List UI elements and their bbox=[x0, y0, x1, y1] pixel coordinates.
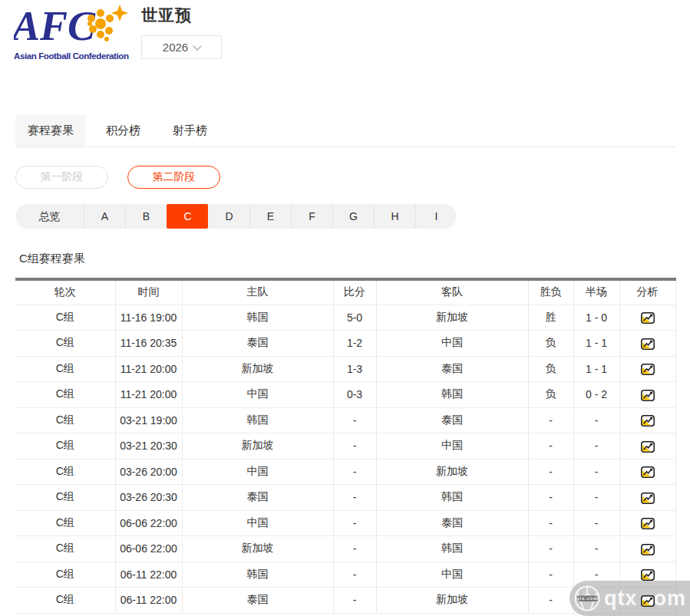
page: AFC Asian Football Confederation bbox=[0, 0, 690, 616]
col-result: 胜负 bbox=[528, 279, 573, 305]
cell-result: - bbox=[528, 510, 573, 536]
year-select-value: 2026 bbox=[163, 41, 188, 54]
cell-score: - bbox=[333, 407, 376, 433]
cell-time: 06-06 22:00 bbox=[115, 536, 182, 562]
cell-round: C组 bbox=[15, 510, 115, 536]
cell-halftime: 1 - 1 bbox=[573, 356, 619, 382]
group-tab-i[interactable]: I bbox=[415, 204, 457, 229]
cell-score: 0-3 bbox=[333, 382, 376, 408]
cell-time: 03-21 20:30 bbox=[115, 433, 182, 460]
cell-round: C组 bbox=[15, 356, 115, 382]
trend-analysis-icon[interactable] bbox=[641, 312, 655, 324]
cell-home-team: 泰国 bbox=[182, 588, 333, 614]
cell-analysis bbox=[619, 459, 675, 485]
cell-result: - bbox=[528, 536, 573, 562]
cell-away-team: 新加坡 bbox=[376, 459, 528, 485]
cell-score: - bbox=[333, 588, 376, 614]
cell-result: 负 bbox=[528, 382, 573, 408]
trend-analysis-icon[interactable] bbox=[641, 338, 655, 350]
schedule-table: 轮次 时间 主队 比分 客队 胜负 半场 分析 C组11-16 19:00韩国5… bbox=[15, 278, 676, 614]
schedule-table-body: C组11-16 19:00韩国5-0新加坡胜1 - 0 C组11-16 20:3… bbox=[15, 305, 675, 613]
cell-result: 胜 bbox=[528, 305, 573, 331]
cell-home-team: 泰国 bbox=[182, 485, 333, 511]
trend-analysis-icon[interactable] bbox=[641, 595, 655, 607]
trend-analysis-icon[interactable] bbox=[641, 390, 655, 401]
cell-time: 06-06 22:00 bbox=[115, 510, 182, 536]
group-tab-g[interactable]: G bbox=[332, 204, 374, 229]
stage-1-button[interactable]: 第一阶段 bbox=[15, 166, 108, 189]
watermark-ball-label: qtx.com bbox=[576, 596, 598, 601]
trend-analysis-icon[interactable] bbox=[641, 544, 655, 555]
group-tab-h[interactable]: H bbox=[374, 204, 415, 229]
cell-round: C组 bbox=[15, 536, 115, 562]
trend-analysis-icon[interactable] bbox=[641, 466, 655, 478]
cell-result: - bbox=[528, 562, 573, 588]
trend-analysis-icon[interactable] bbox=[641, 364, 655, 375]
group-tab-d[interactable]: D bbox=[208, 204, 249, 229]
table-row: C组03-21 19:00韩国-泰国-- bbox=[15, 407, 675, 433]
cell-home-team: 韩国 bbox=[182, 407, 333, 433]
tab-schedule-results[interactable]: 赛程赛果 bbox=[15, 115, 86, 147]
cell-away-team: 新加坡 bbox=[376, 588, 528, 614]
cell-score: 1-2 bbox=[333, 331, 376, 357]
cell-time: 03-26 20:00 bbox=[115, 459, 182, 485]
cell-time: 11-16 19:00 bbox=[115, 305, 182, 331]
cell-home-team: 中国 bbox=[182, 459, 333, 485]
cell-round: C组 bbox=[15, 485, 115, 511]
trend-analysis-icon[interactable] bbox=[641, 492, 655, 504]
trend-analysis-icon[interactable] bbox=[641, 518, 655, 529]
table-row: C组11-21 20:00中国0-3韩国负0 - 2 bbox=[15, 382, 675, 408]
cell-away-team: 韩国 bbox=[376, 382, 528, 408]
col-score: 比分 bbox=[333, 279, 376, 305]
cell-away-team: 中国 bbox=[376, 331, 528, 357]
trend-analysis-icon[interactable] bbox=[641, 569, 655, 581]
cell-halftime: 1 - 1 bbox=[573, 331, 619, 357]
stage-2-button[interactable]: 第二阶段 bbox=[127, 166, 220, 189]
cell-time: 03-21 19:00 bbox=[115, 407, 182, 433]
group-tab-a[interactable]: A bbox=[84, 204, 125, 229]
cell-halftime: 0 - 2 bbox=[573, 382, 619, 408]
cell-away-team: 泰国 bbox=[376, 356, 528, 382]
watermark-text-left: qtx bbox=[604, 587, 638, 611]
col-analysis: 分析 bbox=[619, 279, 675, 305]
section-title: C组赛程赛果 bbox=[19, 252, 690, 266]
cell-score: 5-0 bbox=[333, 305, 376, 331]
cell-result: - bbox=[528, 485, 573, 511]
cell-score: 1-3 bbox=[333, 356, 376, 382]
tab-standings[interactable]: 积分榜 bbox=[94, 115, 153, 147]
cell-home-team: 泰国 bbox=[182, 331, 333, 357]
tab-top-scorers[interactable]: 射手榜 bbox=[160, 115, 220, 147]
cell-halftime: - bbox=[573, 433, 619, 460]
cell-time: 06-11 22:00 bbox=[115, 588, 182, 614]
cell-score: - bbox=[333, 485, 376, 511]
cell-time: 11-21 20:00 bbox=[115, 382, 182, 408]
cell-round: C组 bbox=[15, 588, 115, 614]
col-halftime: 半场 bbox=[573, 279, 619, 305]
cell-analysis bbox=[619, 510, 675, 536]
group-tab-e[interactable]: E bbox=[249, 204, 291, 229]
group-tab-c[interactable]: C bbox=[167, 204, 208, 229]
group-tab-b[interactable]: B bbox=[125, 204, 167, 229]
cell-halftime: - bbox=[573, 510, 619, 536]
cell-away-team: 新加坡 bbox=[376, 305, 528, 331]
cell-score: - bbox=[333, 536, 376, 562]
afc-logo-icon: AFC Asian Football Confederation bbox=[14, 3, 130, 64]
cell-analysis bbox=[619, 407, 675, 433]
cell-score: - bbox=[333, 433, 376, 460]
header: AFC Asian Football Confederation bbox=[0, 0, 690, 68]
soccer-ball-icon: qtx.com bbox=[573, 585, 601, 612]
col-round: 轮次 bbox=[15, 279, 115, 305]
group-tab-f[interactable]: F bbox=[291, 204, 332, 229]
group-tab-overview[interactable]: 总览 bbox=[15, 204, 84, 229]
cell-halftime: - bbox=[573, 407, 619, 433]
table-header-row: 轮次 时间 主队 比分 客队 胜负 半场 分析 bbox=[15, 279, 675, 305]
cell-result: - bbox=[528, 459, 573, 485]
trend-analysis-icon[interactable] bbox=[641, 441, 655, 453]
cell-halftime: - bbox=[573, 459, 619, 485]
cell-round: C组 bbox=[15, 433, 115, 460]
trend-analysis-icon[interactable] bbox=[641, 415, 655, 427]
cell-round: C组 bbox=[15, 407, 115, 433]
cell-analysis bbox=[619, 356, 675, 382]
col-away-team: 客队 bbox=[376, 279, 528, 305]
year-select[interactable]: 2026 bbox=[141, 35, 222, 59]
